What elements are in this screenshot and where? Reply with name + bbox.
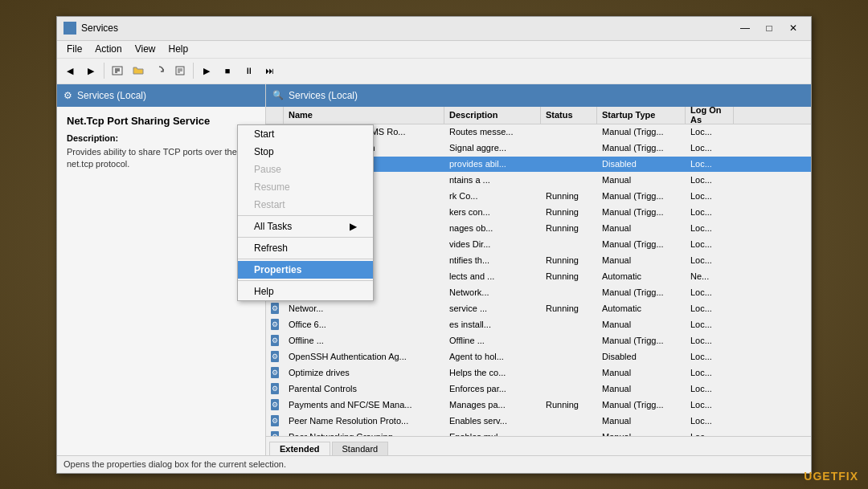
context-menu-item-properties[interactable]: Properties: [238, 261, 373, 279]
row-logon: Loc...: [686, 285, 734, 300]
table-row[interactable]: ⚙ OpenSSH Authentication Ag... Agent to …: [266, 349, 811, 365]
main-content: ⚙ Services (Local) Net.Tcp Port Sharing …: [57, 84, 811, 455]
toolbar-resume[interactable]: ⏭: [260, 61, 279, 80]
context-menu-item-restart: Restart: [238, 196, 373, 214]
row-startup: Manual (Trigg...: [597, 397, 686, 413]
context-menu-item-refresh[interactable]: Refresh: [238, 239, 373, 257]
row-status: [541, 157, 597, 172]
tab-standard[interactable]: Standard: [332, 442, 389, 455]
toolbar-properties[interactable]: [170, 61, 190, 80]
row-icon: ⚙: [266, 397, 284, 413]
menu-file[interactable]: File: [60, 42, 88, 56]
row-startup: Automatic: [597, 301, 686, 316]
toolbar-pause[interactable]: ⏸: [239, 61, 258, 80]
row-name: Peer Name Resolution Proto...: [284, 414, 444, 429]
col-header-logon[interactable]: Log On As: [686, 107, 734, 124]
table-row[interactable]: ⚙ Networ... service ... Running Automati…: [266, 301, 811, 317]
toolbar-up[interactable]: [108, 61, 127, 80]
row-status: [541, 430, 597, 436]
row-desc: Enforces par...: [444, 381, 541, 397]
ctx-arrow: ▶: [350, 221, 357, 232]
service-desc-text: Provides ability to share TCP ports over…: [67, 146, 256, 171]
row-logon: Loc...: [686, 333, 734, 348]
col-header-startup[interactable]: Startup Type: [597, 107, 686, 124]
toolbar-stop[interactable]: ■: [218, 61, 237, 80]
services-header-title: Services (Local): [289, 90, 358, 101]
minimize-button[interactable]: —: [734, 20, 756, 36]
row-status: [541, 237, 597, 252]
row-logon: Loc...: [686, 205, 734, 220]
row-name: Office 6...: [284, 317, 444, 332]
row-status: Running: [541, 221, 597, 236]
row-startup: Manual: [597, 317, 686, 332]
context-menu-item-all-tasks[interactable]: All Tasks▶: [238, 218, 373, 235]
row-desc: vides Dir...: [444, 237, 541, 252]
menu-view[interactable]: View: [129, 42, 162, 56]
context-menu-separator: [238, 259, 373, 259]
row-desc: Routes messe...: [444, 124, 541, 140]
row-startup: Manual: [597, 430, 686, 436]
services-header: 🔍 Services (Local): [266, 84, 811, 107]
toolbar-back[interactable]: ◀: [60, 61, 80, 80]
col-header-desc[interactable]: Description: [444, 107, 541, 124]
svg-rect-1: [67, 23, 69, 26]
row-desc: provides abil...: [444, 157, 541, 172]
service-icon-small: ⚙: [271, 335, 279, 346]
table-row[interactable]: ⚙ Payments and NFC/SE Mana... Manages pa…: [266, 397, 811, 414]
title-bar: Services — □ ✕: [57, 17, 811, 41]
services-window: Services — □ ✕ File Action View Help ◀ ▶: [56, 16, 812, 474]
row-startup: Manual (Trigg...: [597, 141, 686, 156]
table-row[interactable]: ⚙ Offline ... Offline ... Manual (Trigg.…: [266, 333, 811, 349]
services-icon-left: ⚙: [63, 90, 72, 101]
row-status: Running: [541, 205, 597, 220]
tab-extended[interactable]: Extended: [269, 442, 330, 455]
toolbar-sep-1: [104, 63, 104, 79]
row-desc: Network...: [444, 285, 541, 300]
row-status: [541, 141, 597, 156]
service-icon-small: ⚙: [271, 399, 279, 410]
row-logon: Ne...: [686, 269, 734, 284]
svg-rect-2: [71, 23, 73, 26]
toolbar-refresh[interactable]: [149, 61, 169, 80]
row-status: [541, 317, 597, 332]
table-row[interactable]: ⚙ Peer Name Resolution Proto... Enables …: [266, 414, 811, 430]
context-menu-item-stop[interactable]: Stop: [238, 143, 373, 161]
toolbar-forward[interactable]: ▶: [81, 61, 100, 80]
row-startup: Manual (Trigg...: [597, 189, 686, 204]
table-row[interactable]: ⚙ Peer Networking Grouping Enables mul..…: [266, 430, 811, 436]
left-panel-title: Services (Local): [77, 90, 146, 101]
row-status: Running: [541, 253, 597, 268]
row-startup: Disabled: [597, 157, 686, 172]
context-menu-item-start[interactable]: Start: [238, 125, 373, 143]
row-startup: Manual: [597, 365, 686, 381]
row-desc: kers con...: [444, 205, 541, 220]
row-startup: Manual (Trigg...: [597, 237, 686, 252]
row-status: Running: [541, 397, 597, 413]
row-startup: Manual (Trigg...: [597, 285, 686, 300]
search-icon: 🔍: [272, 90, 284, 100]
row-desc: Manages pa...: [444, 397, 541, 413]
context-menu-item-help[interactable]: Help: [238, 283, 373, 300]
col-header-status[interactable]: Status: [541, 107, 597, 124]
row-status: [541, 381, 597, 397]
table-row[interactable]: ⚙ Parental Controls Enforces par... Manu…: [266, 381, 811, 397]
row-icon: ⚙: [266, 301, 284, 316]
col-header-name[interactable]: Name: [284, 107, 444, 124]
row-status: [541, 414, 597, 429]
row-logon: Loc...: [686, 124, 734, 140]
table-row[interactable]: ⚙ Optimize drives Helps the co... Manual…: [266, 365, 811, 381]
table-row[interactable]: ⚙ Office 6... es install... Manual Loc..…: [266, 317, 811, 333]
row-status: Running: [541, 301, 597, 316]
service-icon-small: ⚙: [271, 351, 279, 362]
row-icon: ⚙: [266, 333, 284, 348]
close-button[interactable]: ✕: [782, 20, 805, 36]
menu-action[interactable]: Action: [88, 42, 128, 56]
toolbar-folder[interactable]: [129, 61, 148, 80]
service-icon-small: ⚙: [271, 367, 279, 378]
toolbar-play[interactable]: ▶: [197, 61, 216, 80]
row-desc: nages ob...: [444, 221, 541, 236]
maximize-button[interactable]: □: [758, 20, 780, 36]
row-logon: Loc...: [686, 157, 734, 172]
menu-help[interactable]: Help: [162, 42, 195, 56]
row-logon: Loc...: [686, 301, 734, 316]
